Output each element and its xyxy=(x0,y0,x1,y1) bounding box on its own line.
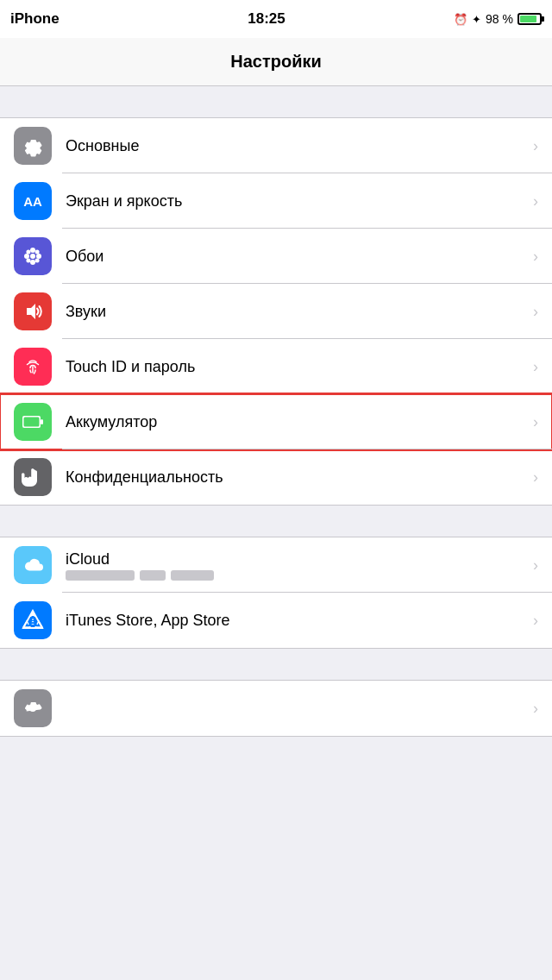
settings-item-general[interactable]: Основные › xyxy=(0,118,552,173)
svg-text:A: A xyxy=(28,614,38,629)
display-chevron: › xyxy=(533,192,538,210)
sounds-chevron: › xyxy=(533,303,538,321)
settings-item-itunes[interactable]: A iTunes Store, App Store › xyxy=(0,593,552,648)
wallpaper-icon xyxy=(14,237,52,275)
group-spacer-1 xyxy=(0,86,552,117)
icloud-label: iCloud xyxy=(66,550,533,569)
svg-point-8 xyxy=(35,259,40,263)
battery-label: Аккумулятор xyxy=(66,413,533,431)
carrier-label: iPhone xyxy=(10,10,79,28)
fingerprint-svg xyxy=(22,355,44,378)
aa-text: AA xyxy=(23,194,42,209)
wallpaper-chevron: › xyxy=(533,248,538,266)
svg-point-0 xyxy=(30,254,35,259)
icloud-label-wrap: iCloud xyxy=(66,550,533,581)
svg-rect-12 xyxy=(41,419,43,424)
battery-icon xyxy=(14,403,52,441)
partial-icon xyxy=(14,689,52,727)
svg-marker-9 xyxy=(27,304,35,319)
wallpaper-label: Обои xyxy=(66,248,533,266)
privacy-label: Конфиденциальность xyxy=(66,468,533,487)
flower-svg xyxy=(22,245,44,267)
svg-point-7 xyxy=(26,259,30,263)
partial-gear-svg xyxy=(22,697,44,719)
svg-point-6 xyxy=(35,249,40,254)
battery-percent: 98 % xyxy=(486,12,513,26)
bluetooth-icon: ✦ xyxy=(472,13,481,26)
sound-svg xyxy=(22,300,44,323)
touchid-icon xyxy=(14,348,52,386)
status-bar: iPhone 18:25 ⏰ ✦ 98 % xyxy=(0,0,552,38)
svg-point-4 xyxy=(36,254,41,259)
sublabel-block-1 xyxy=(66,570,135,581)
privacy-icon xyxy=(14,458,52,496)
svg-point-3 xyxy=(24,254,29,259)
alarm-icon: ⏰ xyxy=(454,13,467,26)
settings-group-1: Основные › AA Экран и яркость › Обои › xyxy=(0,117,552,506)
appstore-icon: A xyxy=(14,601,52,639)
sounds-label: Звуки xyxy=(66,303,533,321)
settings-item-partial[interactable]: › xyxy=(0,681,552,736)
settings-group-3-partial: › xyxy=(0,680,552,737)
settings-item-display[interactable]: AA Экран и яркость › xyxy=(0,173,552,229)
icloud-icon xyxy=(14,546,52,584)
partial-chevron: › xyxy=(533,700,538,718)
settings-item-touchid[interactable]: Touch ID и пароль › xyxy=(0,339,552,394)
svg-point-1 xyxy=(30,248,35,253)
hand-svg xyxy=(22,466,44,488)
itunes-chevron: › xyxy=(533,612,538,630)
touchid-chevron: › xyxy=(533,358,538,376)
store-svg: A xyxy=(22,609,44,631)
itunes-label: iTunes Store, App Store xyxy=(66,612,533,630)
touchid-label: Touch ID и пароль xyxy=(66,358,533,376)
group-spacer-3 xyxy=(0,649,552,680)
settings-item-battery[interactable]: Аккумулятор › xyxy=(0,394,552,449)
svg-rect-11 xyxy=(24,418,40,427)
privacy-chevron: › xyxy=(533,468,538,487)
time-label: 18:25 xyxy=(248,10,285,28)
status-icons: ⏰ ✦ 98 % xyxy=(454,12,542,26)
sounds-icon xyxy=(14,292,52,330)
general-icon xyxy=(14,127,52,165)
sublabel-block-3 xyxy=(171,570,214,581)
settings-item-icloud[interactable]: iCloud › xyxy=(0,537,552,593)
settings-item-privacy[interactable]: Конфиденциальность › xyxy=(0,449,552,505)
general-label: Основные xyxy=(66,137,533,155)
sublabel-block-2 xyxy=(140,570,166,581)
battery-svg xyxy=(22,413,44,430)
icloud-chevron: › xyxy=(533,556,538,575)
display-icon: AA xyxy=(14,182,52,220)
svg-point-2 xyxy=(30,260,35,265)
general-chevron: › xyxy=(533,137,538,155)
cloud-svg xyxy=(21,556,45,574)
settings-group-2: iCloud › A iTunes Store, App Store › xyxy=(0,537,552,649)
battery-status-icon xyxy=(518,13,542,25)
settings-item-wallpaper[interactable]: Обои › xyxy=(0,229,552,284)
display-label: Экран и яркость xyxy=(66,192,533,210)
icloud-sublabel xyxy=(66,570,533,581)
group-spacer-2 xyxy=(0,506,552,537)
nav-bar: Настройки xyxy=(0,38,552,86)
svg-point-5 xyxy=(26,249,30,254)
settings-item-sounds[interactable]: Звуки › xyxy=(0,284,552,339)
battery-chevron: › xyxy=(533,413,538,431)
gear-svg xyxy=(22,135,44,157)
battery-fill xyxy=(520,16,536,22)
page-title: Настройки xyxy=(230,52,322,72)
